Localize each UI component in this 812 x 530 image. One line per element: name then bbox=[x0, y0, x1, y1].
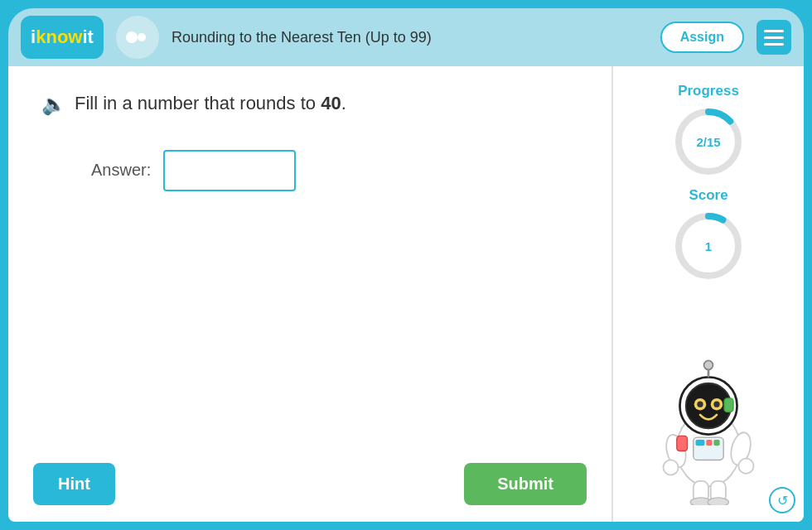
question-suffix: . bbox=[341, 93, 346, 113]
main-content: 🔈 Fill in a number that rounds to 40. An… bbox=[8, 66, 804, 522]
svg-rect-8 bbox=[713, 440, 719, 446]
progress-section: Progress 2/15 bbox=[626, 83, 791, 179]
answer-label: Answer: bbox=[91, 161, 151, 180]
bottom-buttons: Hint Submit bbox=[33, 463, 587, 505]
question-prefix: Fill in a number that rounds to bbox=[75, 93, 321, 113]
answer-input[interactable] bbox=[163, 150, 296, 191]
right-panel: Progress 2/15 Score bbox=[613, 66, 804, 522]
header-bar: iknowit Rounding to the Nearest Ten (Up … bbox=[8, 8, 804, 66]
svg-rect-6 bbox=[696, 440, 705, 446]
robot-illustration bbox=[638, 340, 779, 505]
svg-point-13 bbox=[697, 402, 703, 407]
hamburger-line-1 bbox=[764, 30, 784, 32]
back-arrow-icon: ↺ bbox=[777, 493, 788, 508]
logo-text: iknowit bbox=[31, 26, 94, 48]
score-circle: 1 bbox=[671, 209, 746, 283]
hamburger-line-3 bbox=[764, 43, 784, 46]
svg-rect-26 bbox=[677, 436, 688, 450]
svg-point-16 bbox=[704, 360, 713, 369]
progress-value: 2/15 bbox=[696, 135, 720, 149]
svg-rect-17 bbox=[724, 398, 733, 412]
lesson-title: Rounding to the Nearest Ten (Up to 99) bbox=[172, 29, 648, 46]
question-text: Fill in a number that rounds to 40. bbox=[75, 91, 346, 117]
hamburger-line-2 bbox=[764, 36, 784, 39]
speaker-icon[interactable]: 🔈 bbox=[41, 93, 66, 116]
question-area: 🔈 Fill in a number that rounds to 40. bbox=[41, 91, 578, 117]
back-arrow-button[interactable]: ↺ bbox=[769, 487, 795, 513]
progress-label: Progress bbox=[678, 83, 739, 99]
logo: iknowit bbox=[21, 16, 104, 59]
svg-point-21 bbox=[738, 459, 753, 474]
left-panel: 🔈 Fill in a number that rounds to 40. An… bbox=[8, 66, 613, 522]
svg-point-20 bbox=[663, 460, 678, 475]
app-frame: iknowit Rounding to the Nearest Ten (Up … bbox=[0, 0, 812, 530]
mascot-avatar bbox=[116, 16, 159, 59]
progress-circle: 2/15 bbox=[671, 104, 746, 179]
svg-rect-7 bbox=[706, 440, 712, 446]
svg-point-25 bbox=[708, 498, 728, 505]
answer-area: Answer: bbox=[91, 150, 578, 191]
score-value: 1 bbox=[705, 239, 712, 253]
submit-button[interactable]: Submit bbox=[464, 463, 587, 505]
score-label: Score bbox=[689, 187, 727, 204]
svg-point-14 bbox=[713, 402, 719, 407]
robot-area bbox=[626, 292, 791, 505]
assign-button[interactable]: Assign bbox=[660, 22, 744, 53]
menu-button[interactable] bbox=[756, 20, 791, 55]
question-number: 40 bbox=[321, 93, 341, 113]
score-section: Score 1 bbox=[626, 187, 791, 283]
hint-button[interactable]: Hint bbox=[33, 463, 115, 505]
